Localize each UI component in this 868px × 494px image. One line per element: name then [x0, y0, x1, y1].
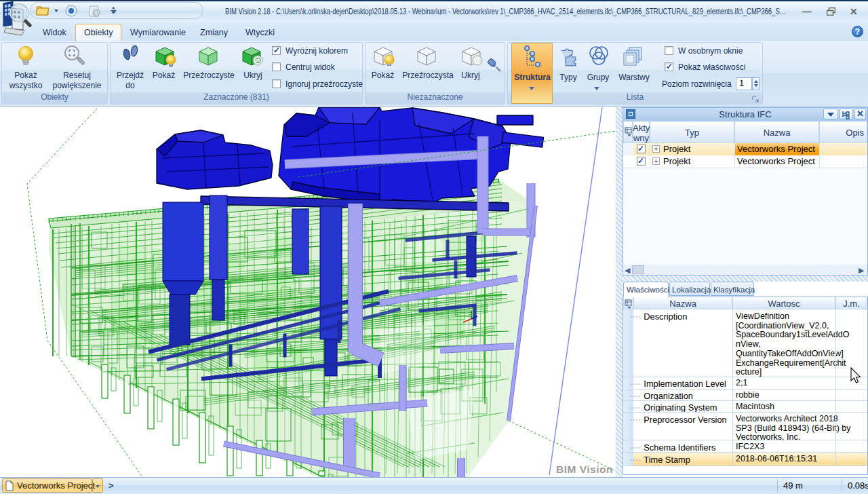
svg-text:BIM Vision: BIM Vision: [556, 463, 613, 475]
